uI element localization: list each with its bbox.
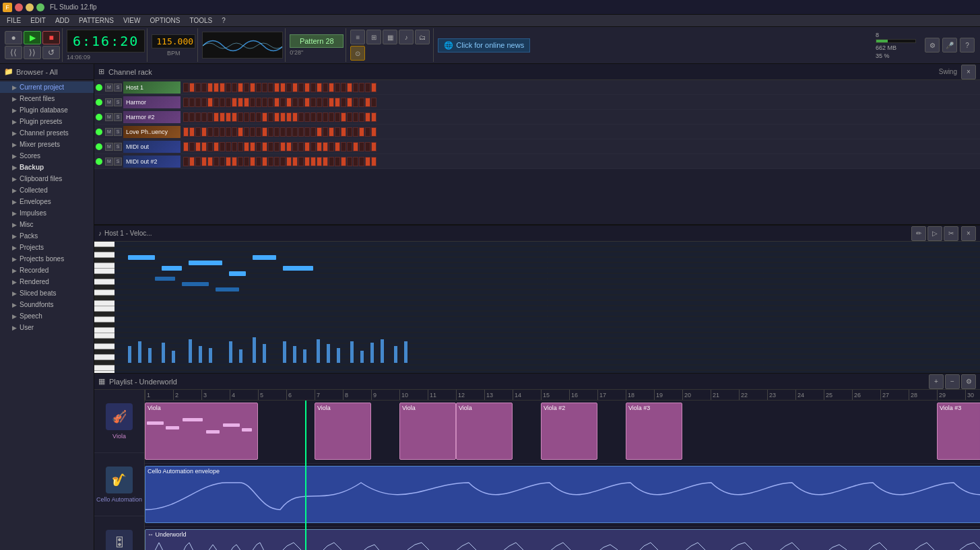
ch-mute-3[interactable]: M <box>105 128 113 136</box>
browser-item-clipboard-files[interactable]: ▶Clipboard files <box>0 173 94 184</box>
ch-pad-21[interactable] <box>311 98 316 107</box>
ch-solo-4[interactable]: S <box>114 143 122 151</box>
ch-name-3[interactable]: Love Ph..uency <box>123 126 181 138</box>
ch-pad-15[interactable] <box>274 112 280 122</box>
piano-key-1[interactable] <box>94 247 115 252</box>
ch-pad-31[interactable] <box>371 157 377 166</box>
ch-pad-20[interactable] <box>304 83 310 92</box>
piano-key-16[interactable] <box>94 328 115 333</box>
pr-tool-3[interactable]: ✂ <box>944 226 958 241</box>
ch-pad-31[interactable] <box>371 98 377 107</box>
ch-pad-10[interactable] <box>244 98 249 107</box>
piano-key-22[interactable] <box>94 360 115 366</box>
ch-pad-20[interactable] <box>304 127 310 137</box>
ch-pad-30[interactable] <box>365 127 370 137</box>
ch-pad-0[interactable] <box>183 83 189 92</box>
ch-pad-20[interactable] <box>304 112 310 122</box>
piano-key-19[interactable] <box>94 344 115 349</box>
browser-item-scores[interactable]: ▶Scores <box>0 150 94 162</box>
ch-pad-19[interactable] <box>298 142 304 151</box>
ch-pad-11[interactable] <box>250 127 255 137</box>
ch-pad-15[interactable] <box>274 83 280 92</box>
ch-pad-8[interactable] <box>232 83 237 92</box>
ch-pad-9[interactable] <box>238 83 243 92</box>
ch-pad-23[interactable] <box>323 142 328 151</box>
browser-item-sliced-beats[interactable]: ▶Sliced beats <box>0 287 94 299</box>
ch-pad-16[interactable] <box>280 83 286 92</box>
ch-pad-0[interactable] <box>183 142 189 151</box>
ch-solo-0[interactable]: S <box>114 83 122 92</box>
ch-pad-0[interactable] <box>183 98 189 107</box>
ch-solo-5[interactable]: S <box>114 158 122 166</box>
menu-edit[interactable]: EDIT <box>26 16 50 25</box>
ch-pad-27[interactable] <box>347 142 352 151</box>
clip-viola-5[interactable]: Viola #2 <box>541 403 597 460</box>
ch-pad-22[interactable] <box>317 142 322 151</box>
ch-pad-13[interactable] <box>262 157 267 166</box>
piano-key-24[interactable] <box>94 371 115 373</box>
ch-mute-2[interactable]: M <box>105 113 113 121</box>
ch-pad-14[interactable] <box>268 157 273 166</box>
ch-pad-13[interactable] <box>262 112 267 122</box>
ch-pad-28[interactable] <box>353 157 358 166</box>
piano-key-18[interactable] <box>94 339 115 344</box>
ch-pad-25[interactable] <box>335 127 340 137</box>
ch-pad-2[interactable] <box>195 142 201 151</box>
ch-pad-31[interactable] <box>371 112 377 122</box>
browser-item-soundfonts[interactable]: ▶Soundfonts <box>0 299 94 310</box>
ch-pad-5[interactable] <box>214 142 219 151</box>
stop-button[interactable]: ■ <box>42 31 60 44</box>
ch-pad-25[interactable] <box>335 98 340 107</box>
browser-item-rendered[interactable]: ▶Rendered <box>0 276 94 287</box>
piano-roll-grid[interactable] <box>115 242 980 373</box>
piano-key-13[interactable] <box>94 312 115 317</box>
ch-pad-29[interactable] <box>359 127 364 137</box>
ch-pad-10[interactable] <box>244 127 249 137</box>
audio-btn[interactable]: 🎤 <box>942 38 957 53</box>
piano-key-4[interactable] <box>94 263 115 269</box>
ch-pad-11[interactable] <box>250 157 255 166</box>
clip-cello-1[interactable]: Cello Automation envelope <box>145 466 980 523</box>
piano-key-2[interactable] <box>94 252 115 258</box>
browser-item-projects[interactable]: ▶Projects <box>0 242 94 253</box>
ch-pad-6[interactable] <box>220 98 225 107</box>
track-cello[interactable]: 🎷 Cello Automation <box>94 453 144 516</box>
clip-viola-1[interactable]: Viola <box>145 403 258 460</box>
ch-pad-18[interactable] <box>292 112 298 122</box>
ch-pad-3[interactable] <box>201 142 207 151</box>
ch-pad-22[interactable] <box>317 157 322 166</box>
ch-pad-3[interactable] <box>201 112 207 122</box>
track-underworld[interactable]: 🎛 Underworld <box>94 516 144 550</box>
piano-key-5[interactable] <box>94 269 115 274</box>
channel-rack-close[interactable]: × <box>961 65 976 79</box>
ch-pad-9[interactable] <box>238 112 243 122</box>
ch-name-2[interactable]: Harmor #2 <box>123 111 181 123</box>
menu-options[interactable]: OPTIONS <box>145 16 184 25</box>
ch-pad-18[interactable] <box>292 98 298 107</box>
ch-pad-30[interactable] <box>365 83 370 92</box>
clip-viola-2[interactable]: Viola <box>315 403 371 460</box>
ch-pad-18[interactable] <box>292 127 298 137</box>
loop-button[interactable]: ↺ <box>42 46 60 59</box>
pattern-display[interactable]: Pattern 28 <box>290 34 344 48</box>
ch-pad-10[interactable] <box>244 157 249 166</box>
ch-pad-9[interactable] <box>238 98 243 107</box>
ch-pad-20[interactable] <box>304 142 310 151</box>
ch-pad-27[interactable] <box>347 83 352 92</box>
ch-mute-5[interactable]: M <box>105 158 113 166</box>
ch-led-1[interactable] <box>96 99 102 106</box>
forward-button[interactable]: ⟩⟩ <box>24 46 41 59</box>
ch-pad-11[interactable] <box>250 142 255 151</box>
ch-mute-1[interactable]: M <box>105 98 113 106</box>
ch-pad-29[interactable] <box>359 112 364 122</box>
ch-pad-12[interactable] <box>256 83 261 92</box>
ch-pad-9[interactable] <box>238 142 243 151</box>
piano-key-21[interactable] <box>94 355 115 360</box>
bpm-display[interactable]: 115.000 <box>152 34 195 48</box>
browser-item-channel-presets[interactable]: ▶Channel presets <box>0 127 94 139</box>
ch-solo-3[interactable]: S <box>114 128 122 136</box>
ch-pad-23[interactable] <box>323 112 328 122</box>
piano-key-17[interactable] <box>94 333 115 339</box>
ch-led-3[interactable] <box>96 129 102 135</box>
browser-item-recent-files[interactable]: ▶Recent files <box>0 93 94 104</box>
